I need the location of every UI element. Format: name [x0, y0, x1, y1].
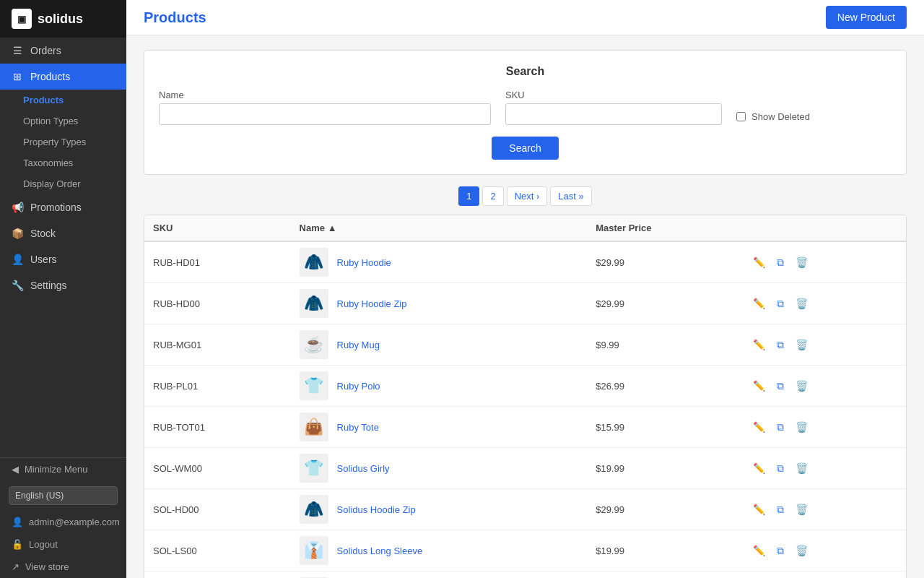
edit-button[interactable]: ✏️ [750, 420, 768, 434]
sidebar-sub-taxonomies[interactable]: Taxonomies [0, 152, 126, 173]
minimize-menu-button[interactable]: ◀ Minimize Menu [0, 458, 126, 480]
name-column-header[interactable]: Name ▲ [291, 215, 588, 241]
products-icon: ⊞ [12, 71, 23, 82]
delete-button[interactable]: 🗑️ [793, 255, 811, 269]
table-row: RUB-TOT01 👜 Ruby Tote $15.99 ✏️ ⧉ 🗑️ [144, 407, 906, 448]
edit-button[interactable]: ✏️ [750, 502, 768, 517]
product-name-link[interactable]: Solidus Hoodie Zip [337, 504, 416, 515]
product-price: $29.99 [587, 489, 741, 530]
sidebar-item-orders[interactable]: ☰ Orders [0, 38, 126, 64]
next-page-button[interactable]: Next › [507, 186, 548, 206]
delete-button[interactable]: 🗑️ [793, 502, 811, 517]
copy-button[interactable]: ⧉ [774, 337, 787, 353]
sidebar-sub-property-types[interactable]: Property Types [0, 131, 126, 152]
row-actions: ✏️ ⧉ 🗑️ [750, 296, 897, 311]
edit-button[interactable]: ✏️ [750, 255, 768, 269]
delete-button[interactable]: 🗑️ [793, 461, 811, 475]
delete-button[interactable]: 🗑️ [793, 296, 811, 311]
minimize-label: Minimize Menu [25, 464, 87, 475]
copy-button[interactable]: ⧉ [774, 461, 787, 476]
table-row: RUB-HD00 🧥 Ruby Hoodie Zip $29.99 ✏️ ⧉ 🗑… [144, 283, 906, 324]
product-actions: ✏️ ⧉ 🗑️ [741, 241, 906, 283]
delete-button[interactable]: 🗑️ [793, 543, 811, 558]
sidebar-item-users[interactable]: 👤 Users [0, 246, 126, 272]
row-actions: ✏️ ⧉ 🗑️ [750, 379, 897, 394]
edit-button[interactable]: ✏️ [750, 337, 768, 352]
product-price: $19.99 [587, 448, 741, 489]
product-actions: ✏️ ⧉ 🗑️ [741, 530, 906, 571]
sidebar-sub-display-order[interactable]: Display Order [0, 173, 126, 194]
product-name-link[interactable]: Ruby Mug [337, 340, 380, 350]
product-sku: RUB-HD01 [144, 241, 291, 283]
sidebar-orders-label: Orders [30, 45, 61, 56]
product-name-link[interactable]: Ruby Hoodie Zip [337, 298, 407, 309]
search-title: Search [159, 65, 892, 78]
last-page-button[interactable]: Last » [550, 186, 591, 206]
language-selector[interactable]: English (US) Español Français [9, 486, 118, 505]
product-name-link[interactable]: Solidus Long Sleeve [337, 545, 423, 556]
external-link-icon: ↗ [12, 561, 19, 572]
copy-button[interactable]: ⧉ [774, 296, 787, 311]
sidebar-products-label: Products [30, 71, 70, 82]
sku-input[interactable] [505, 103, 722, 125]
table-row: RUB-MG01 ☕ Ruby Mug $9.99 ✏️ ⧉ 🗑️ [144, 324, 906, 366]
user-icon: 👤 [12, 517, 23, 527]
sidebar-sub-products[interactable]: Products [0, 90, 126, 111]
logout-button[interactable]: 🔓 Logout [0, 533, 126, 556]
products-data-table: SKU Name ▲ Master Price RUB-HD01 🧥 Ruby … [144, 215, 906, 578]
product-name-link[interactable]: Ruby Polo [337, 381, 380, 392]
product-cell: 🧥 Solidus Hoodie Zip [291, 489, 588, 530]
product-name-link[interactable]: Ruby Tote [337, 422, 379, 433]
product-price: $26.99 [587, 366, 741, 407]
product-name-link[interactable]: Ruby Hoodie [337, 257, 391, 268]
product-price: $15.99 [587, 407, 741, 448]
promotions-icon: 📢 [12, 202, 23, 213]
edit-button[interactable]: ✏️ [750, 379, 768, 393]
sku-label: SKU [505, 90, 722, 100]
row-actions: ✏️ ⧉ 🗑️ [750, 420, 897, 435]
row-actions: ✏️ ⧉ 🗑️ [750, 502, 897, 517]
copy-button[interactable]: ⧉ [774, 420, 787, 435]
brand-name: solidus [38, 12, 83, 27]
page-2-button[interactable]: 2 [482, 186, 503, 206]
copy-button[interactable]: ⧉ [774, 543, 787, 558]
sidebar-item-products[interactable]: ⊞ Products [0, 64, 126, 90]
sidebar-item-promotions[interactable]: 📢 Promotions [0, 194, 126, 220]
product-image: 🧥 [300, 248, 328, 277]
copy-button[interactable]: ⧉ [774, 502, 787, 517]
sidebar-users-label: Users [30, 254, 57, 265]
product-sku: SOL-MG01 [144, 571, 291, 579]
delete-button[interactable]: 🗑️ [793, 379, 811, 393]
product-price: $29.99 [587, 283, 741, 324]
search-button[interactable]: Search [492, 137, 558, 160]
sidebar: ▣ solidus ☰ Orders ⊞ Products Products O… [0, 0, 126, 578]
sub-display-order-label: Display Order [23, 178, 80, 189]
sub-taxonomies-label: Taxonomies [23, 158, 73, 168]
product-cell: 👔 Solidus Long Sleeve [291, 530, 588, 571]
sku-field: SKU [505, 90, 722, 125]
delete-button[interactable]: 🗑️ [793, 337, 811, 352]
product-cell: ☕ Solidus Mug [291, 571, 588, 579]
logout-icon: 🔓 [12, 539, 23, 550]
sidebar-item-stock[interactable]: 📦 Stock [0, 220, 126, 246]
orders-icon: ☰ [12, 45, 23, 56]
view-store-button[interactable]: ↗ View store [0, 556, 126, 578]
product-image: 🧥 [300, 495, 328, 524]
new-product-button[interactable]: New Product [826, 6, 907, 29]
sub-option-types-label: Option Types [23, 116, 78, 126]
show-deleted-checkbox[interactable] [736, 112, 746, 121]
delete-button[interactable]: 🗑️ [793, 420, 811, 434]
table-row: SOL-HD00 🧥 Solidus Hoodie Zip $29.99 ✏️ … [144, 489, 906, 530]
sidebar-item-settings[interactable]: 🔧 Settings [0, 272, 126, 298]
page-1-button[interactable]: 1 [458, 186, 479, 206]
product-name-link[interactable]: Solidus Girly [337, 463, 390, 474]
edit-button[interactable]: ✏️ [750, 543, 768, 558]
edit-button[interactable]: ✏️ [750, 461, 768, 475]
sidebar-sub-option-types[interactable]: Option Types [0, 111, 126, 131]
copy-button[interactable]: ⧉ [774, 255, 787, 270]
product-sku: RUB-TOT01 [144, 407, 291, 448]
name-input[interactable] [159, 103, 491, 125]
sub-products-label: Products [23, 95, 64, 105]
copy-button[interactable]: ⧉ [774, 379, 787, 394]
edit-button[interactable]: ✏️ [750, 296, 768, 311]
